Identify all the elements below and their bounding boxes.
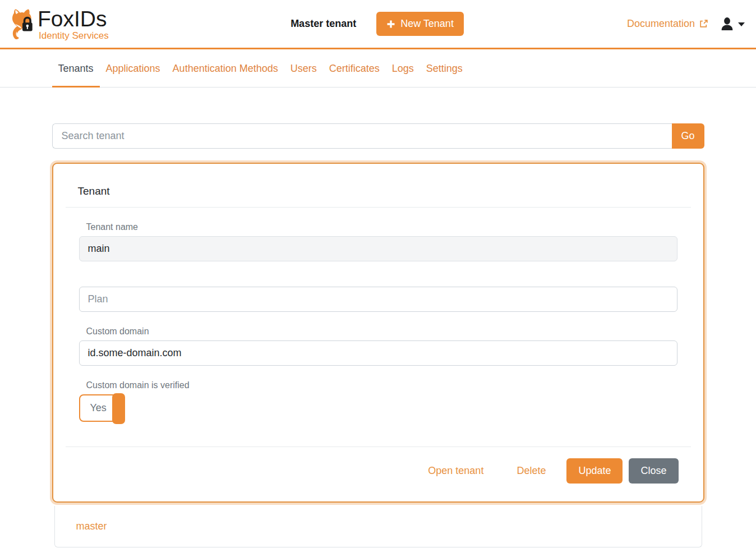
tab-authentication-methods[interactable]: Authentication Methods — [167, 49, 284, 88]
custom-domain-verified-label: Custom domain is verified — [86, 380, 677, 390]
toggle-knob — [112, 393, 125, 424]
close-button[interactable]: Close — [629, 458, 678, 484]
tab-settings[interactable]: Settings — [420, 49, 469, 88]
card-footer: Open tenant Delete Update Close — [53, 447, 703, 501]
plus-icon — [386, 20, 395, 29]
main-nav: Tenants Applications Authentication Meth… — [0, 49, 756, 88]
tenant-list-item-master[interactable]: master — [54, 506, 702, 547]
tenant-form: Tenant name Custom domain Custom domain … — [53, 222, 703, 422]
documentation-link[interactable]: Documentation — [627, 18, 708, 30]
app-header: FoxIDs Identity Services Master tenant N… — [0, 0, 756, 49]
tenant-name-input[interactable] — [79, 236, 677, 261]
tab-certificates[interactable]: Certificates — [323, 49, 386, 88]
brand-title: FoxIDs — [38, 8, 109, 30]
caret-down-icon — [738, 22, 745, 26]
tab-logs[interactable]: Logs — [386, 49, 420, 88]
delete-button[interactable]: Delete — [508, 459, 555, 483]
tenant-detail-card: Tenant Tenant name Custom domain Custom … — [52, 163, 704, 503]
new-tenant-button-label: New Tenant — [400, 18, 454, 30]
tenant-name: master — [76, 521, 107, 532]
custom-domain-label: Custom domain — [86, 326, 677, 337]
toggle-value-label: Yes — [80, 402, 107, 414]
master-tenant-label: Master tenant — [291, 18, 356, 30]
tenant-name-label: Tenant name — [86, 222, 677, 232]
tab-tenants[interactable]: Tenants — [52, 49, 100, 88]
plan-input[interactable] — [79, 287, 677, 312]
brand[interactable]: FoxIDs Identity Services — [10, 6, 291, 42]
search-tenant-input[interactable] — [52, 123, 672, 149]
brand-text: FoxIDs Identity Services — [38, 8, 109, 40]
update-button[interactable]: Update — [566, 458, 623, 484]
search-go-button[interactable]: Go — [672, 123, 704, 149]
custom-domain-input[interactable] — [79, 340, 677, 366]
tenant-search-group: Go — [52, 123, 704, 149]
tenant-list: master — [54, 506, 702, 547]
card-title-divider — [66, 207, 691, 208]
tab-applications[interactable]: Applications — [100, 49, 167, 88]
header-right: Documentation — [464, 16, 745, 31]
tab-users[interactable]: Users — [284, 49, 323, 88]
documentation-link-label: Documentation — [627, 18, 695, 30]
brand-subtitle: Identity Services — [38, 31, 109, 40]
card-title: Tenant — [78, 185, 679, 197]
new-tenant-button[interactable]: New Tenant — [376, 12, 464, 36]
user-icon — [720, 16, 735, 31]
user-menu[interactable] — [720, 16, 745, 31]
header-center: Master tenant New Tenant — [291, 12, 464, 36]
external-link-icon — [699, 19, 708, 29]
foxids-logo-icon — [10, 6, 35, 42]
open-tenant-button[interactable]: Open tenant — [419, 459, 492, 483]
custom-domain-verified-toggle[interactable]: Yes — [79, 394, 125, 422]
main-content: Go Tenant Tenant name Custom domain Cust… — [52, 123, 704, 547]
